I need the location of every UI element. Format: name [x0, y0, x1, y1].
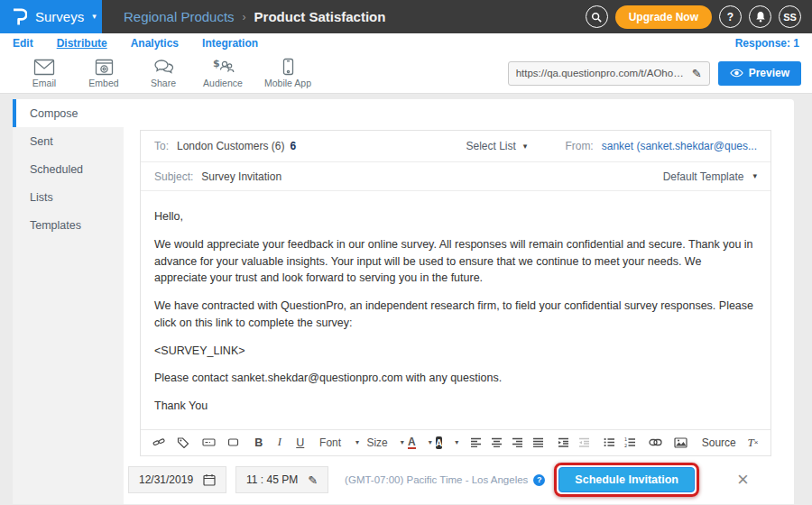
timezone-help-icon[interactable]: ? [533, 474, 545, 486]
email-icon [33, 59, 55, 76]
to-value[interactable]: London Customers (6) [177, 140, 284, 152]
response-count[interactable]: Response: 1 [735, 37, 799, 50]
question-pro-logo [12, 7, 27, 26]
mobile-app-icon [282, 58, 294, 76]
subject-value[interactable]: Survey Invitation [201, 170, 281, 183]
from-value[interactable]: sanket (sanket.shekdar@ques... [602, 140, 757, 152]
align-right-icon[interactable] [508, 433, 527, 453]
field-icon[interactable] [199, 433, 218, 453]
schedule-invitation-button[interactable]: Schedule Invitation [558, 467, 695, 492]
numbered-list-icon[interactable]: 12 [621, 433, 640, 453]
embed-icon [95, 59, 114, 76]
underline-button[interactable]: U [291, 433, 309, 453]
chevron-down-icon: ▾ [455, 439, 458, 446]
chevron-down-icon: ▾ [92, 13, 97, 21]
channel-audience[interactable]: $ Audience [193, 58, 253, 88]
bell-icon [755, 11, 766, 23]
audience-icon: $ [212, 58, 235, 76]
survey-url-field[interactable]: https://qa.questionpro.com/t/AOhoVZfqml … [508, 61, 710, 86]
formatting-toolbar: B I U Font▾ Size▾ A▾ A▾ [141, 429, 770, 455]
align-left-icon[interactable] [466, 433, 485, 453]
button-icon[interactable] [224, 433, 243, 453]
breadcrumb-parent[interactable]: Regional Products [124, 9, 235, 24]
body-paragraph: Thank You [154, 398, 757, 415]
tag-icon[interactable] [174, 433, 193, 453]
distribute-channel-toolbar: Email Embed Share $ Audience Mobile App … [0, 53, 812, 94]
channel-share[interactable]: Share [134, 59, 193, 88]
chain-icon[interactable] [149, 433, 168, 453]
select-list-dropdown[interactable]: Select List ▾ [466, 140, 527, 152]
close-icon[interactable]: × [737, 470, 749, 490]
upgrade-now-button[interactable]: Upgrade Now [615, 5, 712, 29]
topbar-actions: Upgrade Now ? SS [586, 0, 812, 33]
search-button[interactable] [586, 5, 608, 28]
bold-button[interactable]: B [249, 433, 268, 453]
tab-edit[interactable]: Edit [13, 37, 33, 50]
product-name: Surveys [35, 9, 84, 24]
source-button[interactable]: Source [696, 433, 737, 453]
indent-icon[interactable] [554, 433, 573, 453]
to-row: To: London Customers (6) 6 Select List ▾… [141, 131, 770, 162]
body-paragraph: We would appreciate your feedback in our… [154, 236, 757, 287]
template-dropdown[interactable]: Default Template ▾ [663, 170, 757, 183]
search-icon [591, 12, 602, 23]
top-bar: Surveys ▾ Regional Products › Product Sa… [0, 0, 812, 33]
email-sidebar: Compose Sent Scheduled Lists Templates [13, 99, 124, 504]
breadcrumb-current: Product Satisfaction [254, 9, 386, 24]
link-icon[interactable] [646, 433, 665, 453]
sidebar-item-templates[interactable]: Templates [13, 211, 124, 239]
svg-text:2: 2 [624, 443, 627, 448]
date-value: 12/31/2019 [139, 473, 193, 486]
channel-email[interactable]: Email [14, 59, 74, 88]
channel-mobile-app[interactable]: Mobile App [253, 58, 323, 88]
calendar-icon [203, 473, 216, 486]
edit-url-icon[interactable]: ✎ [692, 67, 702, 80]
justify-icon[interactable] [529, 433, 548, 453]
sidebar-item-compose[interactable]: Compose [13, 99, 124, 127]
bg-color-button[interactable]: A▾ [433, 433, 460, 453]
sidebar-item-lists[interactable]: Lists [13, 183, 124, 211]
bullet-list-icon[interactable] [600, 433, 619, 453]
chevron-down-icon: ▾ [355, 439, 359, 446]
size-dropdown[interactable]: Size▾ [369, 433, 401, 453]
tab-analytics[interactable]: Analytics [131, 37, 179, 50]
chevron-down-icon: ▾ [752, 172, 757, 180]
time-picker[interactable]: 11 : 45 PM ✎ [235, 466, 328, 493]
survey-url: https://qa.questionpro.com/t/AOhoVZfqml [516, 68, 687, 78]
chevron-down-icon: ▾ [401, 439, 404, 446]
svg-text:1: 1 [624, 437, 627, 442]
body-paragraph: We have contracted with QuestionPro, an … [154, 298, 757, 332]
subject-label: Subject: [154, 170, 193, 183]
tab-distribute[interactable]: Distribute [57, 37, 107, 50]
preview-button[interactable]: Preview [718, 61, 801, 86]
text-color-button[interactable]: A▾ [408, 433, 431, 453]
font-dropdown[interactable]: Font▾ [316, 433, 363, 453]
sidebar-item-sent[interactable]: Sent [13, 127, 124, 155]
svg-text:$: $ [213, 58, 220, 69]
edit-pencil-icon[interactable]: ✎ [308, 473, 318, 487]
main-content: Compose Sent Scheduled Lists Templates T… [0, 94, 812, 504]
outdent-icon[interactable] [575, 433, 594, 453]
italic-button[interactable]: I [270, 433, 289, 453]
sidebar-item-scheduled[interactable]: Scheduled [13, 155, 124, 183]
date-picker[interactable]: 12/31/2019 [128, 466, 226, 493]
image-icon[interactable] [671, 433, 690, 453]
notifications-button[interactable] [749, 5, 771, 28]
chevron-down-icon: ▾ [429, 439, 432, 446]
eye-icon [730, 69, 743, 78]
avatar[interactable]: SS [779, 5, 801, 28]
clear-format-icon[interactable]: T× [743, 433, 762, 453]
distribute-email-card: Compose Sent Scheduled Lists Templates T… [13, 99, 794, 504]
email-body-editor[interactable]: Hello, We would appreciate your feedback… [141, 191, 770, 429]
chevron-down-icon: ▾ [523, 142, 528, 151]
body-paragraph: Please contact sanket.shekdar@questionpr… [154, 370, 757, 387]
align-center-icon[interactable] [487, 433, 506, 453]
body-paragraph: <SURVEY_LINK> [154, 343, 757, 360]
time-value: 11 : 45 PM [246, 473, 298, 486]
to-label: To: [154, 140, 169, 152]
channel-embed[interactable]: Embed [74, 59, 134, 88]
share-icon [153, 59, 174, 76]
help-button[interactable]: ? [719, 5, 742, 28]
tab-integration[interactable]: Integration [202, 37, 258, 50]
surveys-product-menu[interactable]: Surveys ▾ [0, 0, 102, 33]
